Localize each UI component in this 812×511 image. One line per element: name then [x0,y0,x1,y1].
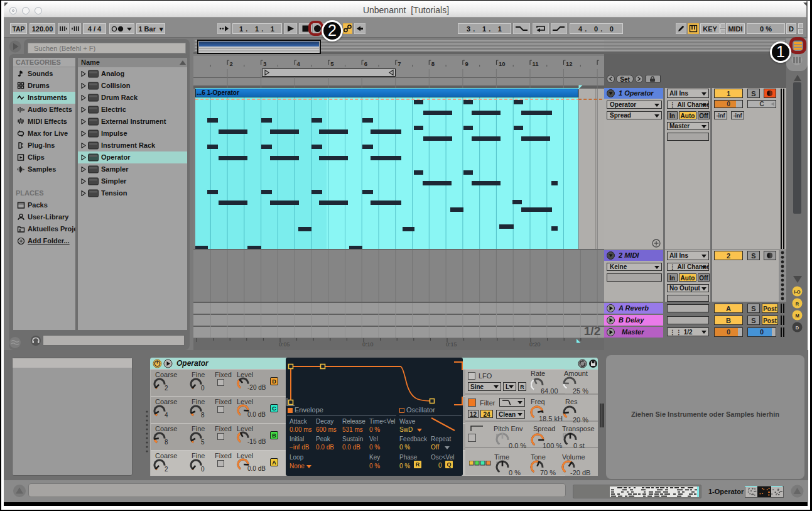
svg-text:10: 10 [499,60,506,67]
svg-text:I-O: I-O [794,289,801,295]
svg-text:9: 9 [465,60,468,67]
svg-text:0:05: 0:05 [279,341,290,348]
svg-text:11: 11 [533,60,539,67]
svg-text:7: 7 [398,60,401,67]
svg-text:6: 6 [364,60,367,67]
svg-text:M: M [795,313,799,319]
svg-text:0:20: 0:20 [529,341,541,348]
svg-text:R: R [796,301,799,307]
svg-text:8: 8 [431,60,435,67]
svg-text:12: 12 [566,60,573,67]
svg-text:D: D [796,325,799,331]
svg-text:0:15: 0:15 [446,341,457,348]
svg-text:5: 5 [330,60,334,67]
svg-text:3: 3 [263,60,266,67]
svg-text:0:10: 0:10 [362,341,374,348]
svg-text:2: 2 [230,60,233,67]
svg-text:4: 4 [297,60,301,67]
